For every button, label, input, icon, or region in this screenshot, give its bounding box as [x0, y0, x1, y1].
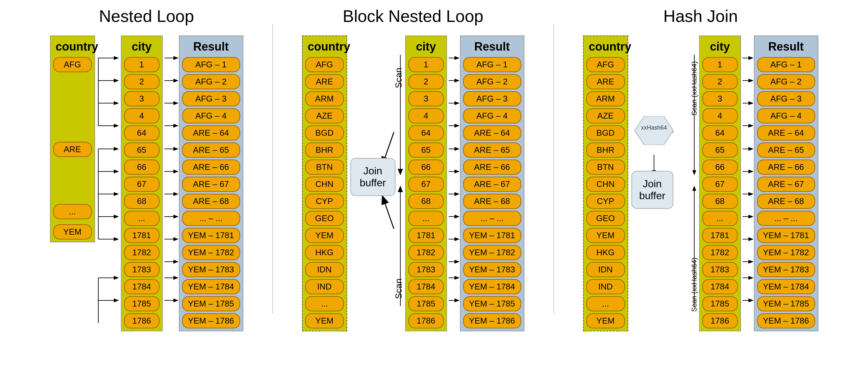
hj-city-col: city 1 2 3 4 64 65 66 67 68 ... 1781 178… — [699, 35, 741, 331]
hash-join-section: Hash Join country AFG ARE ARM AZE BGD BH… — [583, 6, 818, 331]
nl-city-2: 2 — [124, 74, 159, 89]
bnl-result-2: AFG – 2 — [463, 74, 521, 89]
nl-result-yem1786: YEM – 1786 — [182, 313, 240, 328]
hj-country-yem1: YEM — [586, 228, 625, 243]
bnl-title: Block Nested Loop — [343, 6, 484, 26]
hj-result-are66: ARE – 66 — [757, 160, 815, 175]
bnl-result-dots: ... – ... — [463, 211, 521, 226]
bnl-scan-top: Scan — [394, 68, 404, 88]
hj-country-hkg: HKG — [586, 245, 625, 260]
hj-result-3: AFG – 3 — [757, 91, 815, 106]
bnl-result-4: AFG – 4 — [463, 108, 521, 123]
hj-middle-area: xxHash64 Joinbuffer Scan (xxHash64) Scan… — [628, 35, 699, 331]
hj-country-header: country — [584, 37, 627, 56]
bnl-join-buffer: Joinbuffer — [350, 158, 396, 196]
nl-city-1: 1 — [124, 57, 159, 72]
nl-arrows-1 — [95, 35, 121, 331]
bnl-result-are65: ARE – 65 — [463, 142, 521, 158]
hj-join-buffer: Joinbuffer — [631, 171, 673, 209]
bnl-country-cyp: CYP — [305, 194, 344, 209]
nl-result-dots: ... – ... — [182, 211, 240, 226]
bnl-country-geo: GEO — [305, 211, 344, 226]
hj-city-66: 66 — [702, 160, 738, 175]
bnl-city-4: 4 — [408, 108, 444, 123]
hj-country-bhr: BHR — [586, 142, 625, 158]
nl-city-4: 4 — [124, 108, 159, 123]
bnl-result-yem1783: YEM – 1783 — [463, 262, 521, 277]
hj-scan-bottom: Scan (xxHash64) — [690, 257, 699, 312]
nl-city-1782: 1782 — [124, 245, 159, 260]
hj-result-are65: ARE – 65 — [757, 142, 815, 158]
bnl-result-are64: ARE – 64 — [463, 125, 521, 140]
nl-result-2: AFG – 2 — [182, 74, 240, 89]
hj-result-yem1781: YEM – 1781 — [757, 228, 815, 243]
nested-loop-section: Nested Loop country AFG ARE ... YEM — [50, 6, 243, 331]
bnl-country-btn: BTN — [305, 160, 344, 175]
bnl-country-yem1: YEM — [305, 228, 344, 243]
main-container: Nested Loop country AFG ARE ... YEM — [0, 6, 868, 331]
bnl-city-1: 1 — [408, 57, 444, 72]
hj-city-4: 4 — [702, 108, 738, 123]
hj-country-btn: BTN — [586, 160, 625, 175]
nl-city-col: city 1 2 3 4 64 65 66 67 68 ... 1781 178… — [121, 35, 163, 331]
hj-city-1786: 1786 — [702, 313, 738, 328]
hj-result-yem1786: YEM – 1786 — [757, 313, 815, 328]
bnl-result-yem1781: YEM – 1781 — [463, 228, 521, 243]
nl-city-1785: 1785 — [124, 296, 159, 311]
hj-result-col: Result AFG – 1 AFG – 2 AFG – 3 AFG – 4 A… — [754, 35, 818, 331]
bnl-city-1783: 1783 — [408, 262, 444, 277]
nl-result-yem1781: YEM – 1781 — [182, 228, 240, 243]
nl-country-afg: AFG — [53, 57, 92, 72]
hj-country-dots: ... — [586, 296, 625, 311]
hj-country-aze: AZE — [586, 108, 625, 123]
hj-result-yem1783: YEM – 1783 — [757, 262, 815, 277]
bnl-country-bhr: BHR — [305, 142, 344, 158]
hj-city-1783: 1783 — [702, 262, 738, 277]
hj-country-geo: GEO — [586, 211, 625, 226]
hj-result-4: AFG – 4 — [757, 108, 815, 123]
bnl-city-67: 67 — [408, 177, 444, 192]
bnl-country-idn: IDN — [305, 262, 344, 277]
hj-scan-top: Scan (xxHash64) — [690, 61, 699, 116]
hj-result-2: AFG – 2 — [757, 74, 815, 89]
hj-country-ind: IND — [586, 279, 625, 294]
bnl-result-yem1785: YEM – 1785 — [463, 296, 521, 311]
divider-1 — [272, 24, 273, 314]
bnl-result-are67: ARE – 67 — [463, 177, 521, 192]
bnl-scan-bottom: Scan — [394, 279, 404, 299]
nl-result-yem1782: YEM – 1782 — [182, 245, 240, 260]
hj-join-buffer-label: Joinbuffer — [639, 178, 665, 202]
nl-city-64: 64 — [124, 125, 159, 140]
hj-result-header: Result — [754, 37, 818, 56]
bnl-city-1782: 1782 — [408, 245, 444, 260]
bnl-country-aze: AZE — [305, 108, 344, 123]
bnl-city-dots: ... — [408, 211, 444, 226]
bnl-country-header: country — [303, 37, 346, 56]
nl-country-dots: ... — [53, 204, 92, 219]
nl-city-1784: 1784 — [124, 279, 159, 294]
hj-result-are64: ARE – 64 — [757, 125, 815, 140]
hj-city-1: 1 — [702, 57, 738, 72]
nl-arrows-2 — [163, 35, 179, 331]
nested-loop-title: Nested Loop — [99, 6, 194, 26]
nl-result-are67: ARE – 67 — [182, 177, 240, 192]
bnl-arrows-3 — [447, 35, 460, 331]
bnl-join-buffer-label: Joinbuffer — [360, 165, 386, 189]
bnl-country-chn: CHN — [305, 177, 344, 192]
hj-country-bgd: BGD — [586, 125, 625, 140]
bnl-city-header: city — [406, 37, 446, 56]
bnl-country-afg: AFG — [305, 57, 344, 72]
bnl-result-arrows-svg — [447, 35, 460, 325]
svg-line-33 — [382, 197, 394, 229]
nl-country-header: country — [51, 37, 94, 56]
nl-arrows-svg-2 — [163, 35, 179, 325]
bnl-result-yem1782: YEM – 1782 — [463, 245, 521, 260]
hj-country-col: country AFG ARE ARM AZE BGD BHR BTN CHN … — [583, 35, 628, 331]
nl-result-are66: ARE – 66 — [182, 160, 240, 175]
hj-result-1: AFG – 1 — [757, 57, 815, 72]
bnl-city-1785: 1785 — [408, 296, 444, 311]
bnl-country-arm: ARM — [305, 91, 344, 106]
bnl-city-68: 68 — [408, 194, 444, 209]
nl-result-header: Result — [180, 37, 243, 56]
svg-text:xxHash64: xxHash64 — [641, 124, 666, 131]
